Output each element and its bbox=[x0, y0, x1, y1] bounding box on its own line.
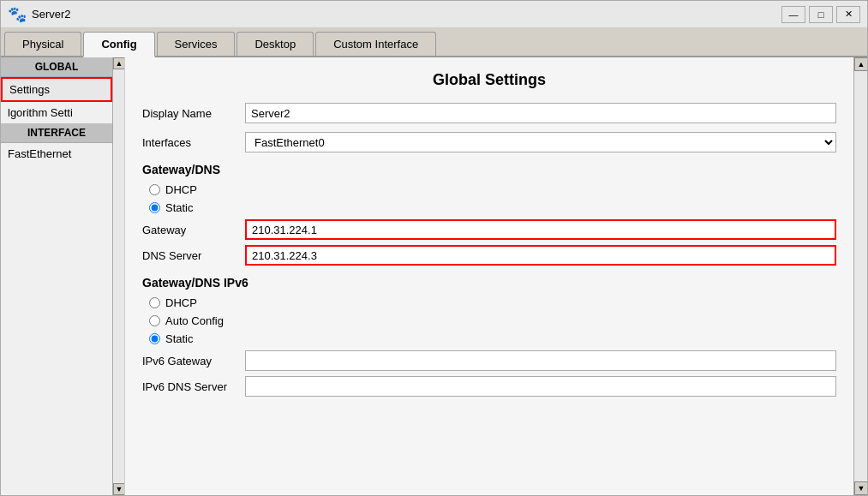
interfaces-row: Interfaces FastEthernet0 bbox=[142, 132, 836, 152]
main-scroll-down[interactable]: ▼ bbox=[854, 481, 867, 495]
scroll-up-arrow[interactable]: ▲ bbox=[113, 57, 124, 69]
sidebar-content: GLOBAL Settings lgorithm Setti INTERFACE… bbox=[1, 57, 112, 495]
static-ipv6-label: Static bbox=[165, 332, 194, 345]
tab-config[interactable]: Config bbox=[83, 32, 154, 57]
main-scroll-track bbox=[854, 71, 867, 481]
tab-desktop[interactable]: Desktop bbox=[236, 32, 314, 56]
tab-physical[interactable]: Physical bbox=[4, 32, 81, 56]
title-bar-left: 🐾 Server2 bbox=[8, 5, 71, 24]
dns-server-label: DNS Server bbox=[142, 249, 245, 262]
sidebar-scrollbar: ▲ ▼ bbox=[112, 57, 124, 495]
ipv6-dns-input[interactable] bbox=[245, 376, 836, 397]
dhcp-ipv6-label: DHCP bbox=[165, 296, 197, 309]
dhcp-ipv6-radio-row: DHCP bbox=[142, 296, 836, 309]
display-name-row: Display Name bbox=[142, 103, 836, 123]
main-panel: Global Settings Display Name Interfaces … bbox=[125, 57, 853, 495]
dns-server-row: DNS Server bbox=[142, 245, 836, 266]
interfaces-select[interactable]: FastEthernet0 bbox=[245, 132, 836, 152]
tab-services[interactable]: Services bbox=[157, 32, 236, 56]
sidebar: GLOBAL Settings lgorithm Setti INTERFACE… bbox=[1, 57, 125, 495]
scroll-down-arrow[interactable]: ▼ bbox=[113, 483, 124, 495]
dhcp-radio-row: DHCP bbox=[142, 183, 836, 196]
ipv6-dns-row: IPv6 DNS Server bbox=[142, 376, 836, 397]
sidebar-item-settings[interactable]: Settings bbox=[1, 77, 112, 102]
scroll-track bbox=[113, 69, 124, 483]
gateway-input[interactable] bbox=[245, 219, 836, 240]
ipv6-dns-label: IPv6 DNS Server bbox=[142, 380, 245, 393]
ipv6-gateway-row: IPv6 Gateway bbox=[142, 350, 836, 371]
main-scrollbar: ▲ ▼ bbox=[853, 57, 867, 495]
sidebar-interface-header: INTERFACE bbox=[1, 123, 112, 143]
dns-server-input[interactable] bbox=[245, 245, 836, 266]
close-button[interactable]: ✕ bbox=[836, 6, 860, 23]
title-bar: 🐾 Server2 — □ ✕ bbox=[1, 1, 867, 28]
auto-config-label: Auto Config bbox=[165, 314, 224, 327]
display-name-label: Display Name bbox=[142, 107, 245, 120]
main-scroll-up[interactable]: ▲ bbox=[854, 57, 867, 71]
sidebar-item-algorithm[interactable]: lgorithm Setti bbox=[1, 102, 112, 123]
sidebar-item-fastethernet[interactable]: FastEthernet bbox=[1, 143, 112, 164]
static-radio[interactable] bbox=[149, 202, 160, 213]
static-ipv6-radio-row: Static bbox=[142, 332, 836, 345]
interfaces-label: Interfaces bbox=[142, 136, 245, 149]
window-title: Server2 bbox=[32, 8, 71, 21]
gateway-dns-ipv6-header: Gateway/DNS IPv6 bbox=[142, 276, 836, 290]
maximize-button[interactable]: □ bbox=[809, 6, 833, 23]
tab-bar: Physical Config Services Desktop Custom … bbox=[1, 28, 867, 57]
gateway-dns-header: Gateway/DNS bbox=[142, 163, 836, 176]
static-radio-row: Static bbox=[142, 201, 836, 214]
display-name-input[interactable] bbox=[245, 103, 836, 123]
app-icon: 🐾 bbox=[8, 5, 27, 24]
gateway-label: Gateway bbox=[142, 224, 245, 236]
auto-config-radio-row: Auto Config bbox=[142, 314, 836, 327]
main-window: 🐾 Server2 — □ ✕ Physical Config Services… bbox=[0, 0, 868, 496]
minimize-button[interactable]: — bbox=[781, 6, 805, 23]
dhcp-label: DHCP bbox=[165, 183, 197, 196]
content-area: GLOBAL Settings lgorithm Setti INTERFACE… bbox=[1, 57, 867, 495]
ipv6-gateway-label: IPv6 Gateway bbox=[142, 355, 245, 368]
title-bar-controls: — □ ✕ bbox=[781, 6, 860, 23]
dhcp-ipv6-radio[interactable] bbox=[149, 297, 160, 308]
static-label: Static bbox=[165, 201, 194, 214]
gateway-row: Gateway bbox=[142, 219, 836, 240]
sidebar-global-header: GLOBAL bbox=[1, 57, 112, 77]
static-ipv6-radio[interactable] bbox=[149, 333, 160, 344]
main-title: Global Settings bbox=[142, 71, 836, 89]
dhcp-radio[interactable] bbox=[149, 184, 160, 195]
auto-config-radio[interactable] bbox=[149, 315, 160, 326]
ipv6-gateway-input[interactable] bbox=[245, 350, 836, 371]
tab-custom-interface[interactable]: Custom Interface bbox=[315, 32, 436, 56]
